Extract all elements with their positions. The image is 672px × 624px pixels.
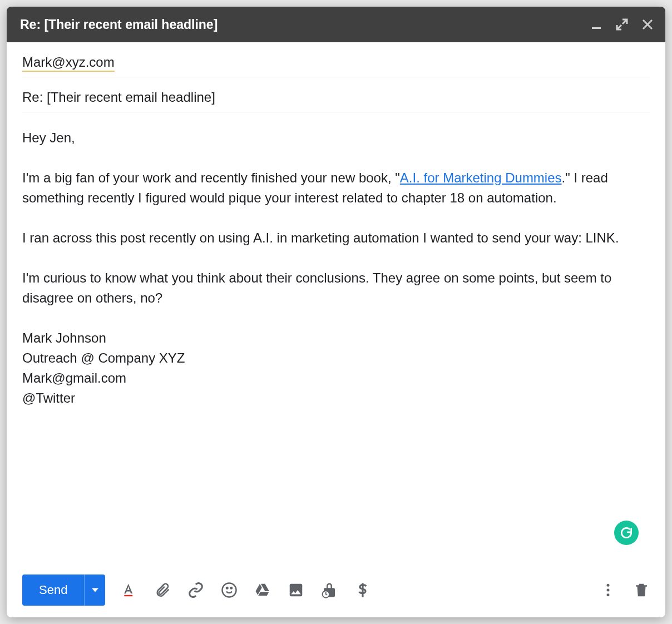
svg-point-4 (231, 587, 233, 589)
grammarly-icon (619, 526, 634, 540)
emoji-icon[interactable] (221, 582, 238, 598)
body-paragraph-2: I ran across this post recently on using… (22, 228, 650, 248)
sig-twitter: @Twitter (22, 390, 75, 405)
expand-icon[interactable] (615, 18, 629, 31)
window-title: Re: [Their recent email headline] (20, 17, 590, 32)
svg-point-7 (607, 589, 610, 592)
titlebar: Re: [Their recent email headline] (7, 7, 665, 42)
more-vert-icon[interactable] (600, 582, 616, 598)
trash-icon[interactable] (633, 582, 650, 598)
dollar-icon[interactable] (354, 582, 371, 598)
close-icon[interactable] (641, 18, 654, 31)
compose-toolbar: Send (7, 563, 665, 617)
format-text-icon[interactable] (121, 582, 137, 598)
paperclip-icon[interactable] (154, 582, 171, 598)
drive-icon[interactable] (254, 582, 271, 598)
toolbar-left-icons (121, 582, 371, 598)
link-icon[interactable] (187, 582, 204, 598)
sig-name: Mark Johnson (22, 330, 106, 345)
sig-email: Mark@gmail.com (22, 370, 126, 385)
chevron-down-icon (92, 587, 98, 593)
to-field[interactable]: Mark@xyz.com (22, 42, 650, 77)
body-paragraph-1: I'm a big fan of your work and recently … (22, 168, 650, 208)
recipient-chip[interactable]: Mark@xyz.com (22, 55, 115, 72)
svg-point-2 (223, 583, 236, 597)
lock-clock-icon[interactable] (321, 582, 338, 598)
minimize-icon[interactable] (590, 18, 603, 31)
window-controls (590, 18, 654, 31)
send-options-dropdown[interactable] (84, 575, 105, 606)
svg-point-8 (607, 593, 610, 596)
body-greeting: Hey Jen, (22, 128, 650, 148)
signature: Mark Johnson Outreach @ Company XYZ Mark… (22, 328, 650, 408)
subject-field[interactable]: Re: [Their recent email headline] (22, 77, 650, 112)
header-fields: Mark@xyz.com Re: [Their recent email hea… (7, 42, 665, 112)
photo-icon[interactable] (288, 582, 304, 598)
grammarly-badge[interactable] (614, 521, 639, 545)
message-body[interactable]: Hey Jen, I'm a big fan of your work and … (7, 112, 665, 563)
toolbar-right-icons (600, 582, 650, 598)
svg-point-3 (226, 587, 228, 589)
sig-role: Outreach @ Company XYZ (22, 350, 185, 365)
send-group: Send (22, 575, 105, 606)
book-link[interactable]: A.I. for Marketing Dummies (400, 170, 562, 185)
send-button[interactable]: Send (22, 575, 84, 606)
svg-point-6 (607, 584, 610, 587)
compose-window: Re: [Their recent email headline] Mark@x… (7, 7, 665, 617)
body-paragraph-3: I'm curious to know what you think about… (22, 268, 650, 308)
svg-rect-1 (125, 595, 133, 597)
body-text: I'm a big fan of your work and recently … (22, 170, 400, 185)
svg-rect-0 (592, 27, 601, 29)
